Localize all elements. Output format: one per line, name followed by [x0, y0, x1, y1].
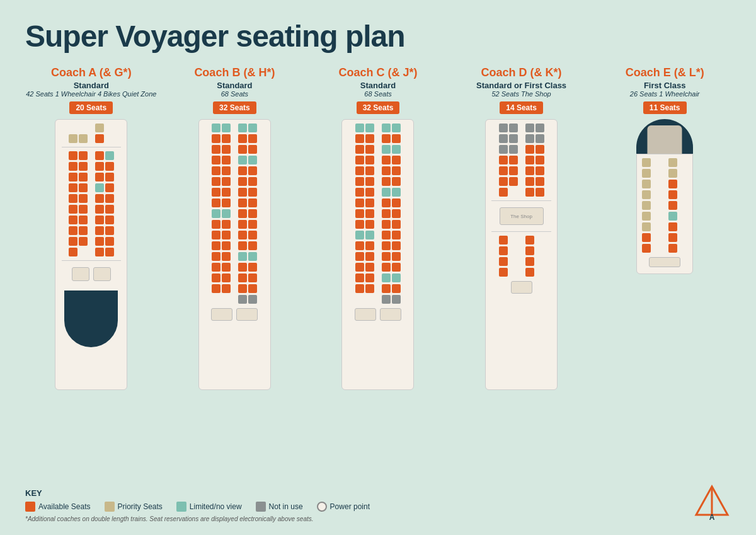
seat-row	[58, 205, 124, 214]
priority-swatch	[105, 502, 115, 512]
seat-row	[58, 124, 124, 132]
seat-row	[58, 216, 124, 224]
seat-row	[202, 177, 268, 186]
coach-a-details: 42 Seats 1 Wheelchair 4 Bikes Quiet Zone	[26, 90, 156, 98]
seat-row	[58, 173, 124, 181]
coach-e-details: 26 Seats 1 Wheelchair	[630, 90, 700, 98]
coach-b-diagram	[198, 119, 271, 390]
power-label: Power point	[330, 502, 370, 511]
seat-row	[345, 231, 411, 239]
seat-row	[202, 188, 268, 197]
seat-row	[639, 233, 690, 242]
key-priority: Priority Seats	[105, 502, 163, 512]
coach-d-details: 52 Seats The Shop	[491, 90, 551, 98]
coach-c-title: Coach C (& J*)	[338, 66, 417, 79]
seat-row	[639, 190, 690, 199]
coach-d-title: Coach D (& K*)	[481, 66, 562, 79]
key-section: KEY Available Seats Priority Seats Limit…	[25, 488, 731, 522]
seat-row	[488, 257, 554, 266]
coach-a-diagram	[55, 119, 127, 390]
coach-a-badge: 20 Seats	[69, 101, 113, 114]
seat-row	[58, 226, 124, 235]
coach-c-column: Coach C (& J*) Standard 68 Seats 32 Seat…	[312, 66, 444, 390]
seat-row	[488, 145, 554, 154]
seat-row	[345, 134, 411, 143]
seat-row	[345, 198, 411, 207]
key-power: Power point	[317, 502, 370, 512]
coach-b-details: 68 Seats	[221, 90, 248, 98]
seat-row	[488, 188, 554, 197]
coaches-row: Coach A (& G*) Standard 42 Seats 1 Wheel…	[25, 66, 731, 390]
coach-d-class: Standard or First Class	[476, 81, 566, 90]
available-swatch	[25, 502, 35, 512]
coach-b-column: Coach B (& H*) Standard 68 Seats 32 Seat…	[169, 66, 301, 390]
seat-row	[345, 295, 411, 304]
limited-label: Limited/no view	[190, 502, 242, 511]
coach-a-title: Coach A (& G*)	[51, 66, 132, 79]
key-title: KEY	[25, 488, 731, 498]
seat-row	[488, 268, 554, 277]
seat-row	[639, 180, 690, 188]
seat-row	[202, 241, 268, 250]
seat-row	[639, 244, 690, 253]
coach-e-badge: 11 Seats	[643, 101, 687, 114]
coach-a-class: Standard	[74, 81, 109, 90]
seat-row	[202, 198, 268, 207]
seat-row	[345, 188, 411, 197]
coach-a-column: Coach A (& G*) Standard 42 Seats 1 Wheel…	[25, 66, 158, 390]
seat-row	[202, 220, 268, 229]
seat-row	[488, 124, 554, 132]
seat-row	[58, 162, 124, 171]
seat-row	[488, 156, 554, 164]
seat-row	[488, 236, 554, 244]
priority-label: Priority Seats	[118, 502, 163, 511]
seat-row	[345, 273, 411, 282]
power-swatch	[317, 502, 327, 512]
seat-row	[202, 124, 268, 132]
seat-row	[345, 156, 411, 164]
coach-e-column: Coach E (& L*) First Class 26 Seats 1 Wh…	[598, 66, 731, 274]
seat-row	[202, 284, 268, 293]
coach-c-diagram	[341, 119, 414, 390]
seat-row	[639, 201, 690, 210]
seat-row	[202, 231, 268, 239]
seat-row	[345, 284, 411, 293]
seat-row	[202, 263, 268, 272]
seat-row	[202, 166, 268, 175]
seat-row	[58, 194, 124, 203]
coach-e-class: First Class	[644, 81, 685, 90]
seat-row	[202, 145, 268, 154]
seat-row	[345, 166, 411, 175]
page-title: Super Voyager seating plan	[25, 19, 731, 54]
page-container: Super Voyager seating plan Coach A (& G*…	[0, 0, 756, 535]
coach-e-diagram	[636, 154, 693, 274]
coach-b-badge: 32 Seats	[213, 101, 256, 114]
key-not-in-use: Not in use	[256, 502, 303, 512]
available-label: Available Seats	[38, 502, 91, 511]
svg-text:A: A	[709, 513, 715, 521]
seat-row	[202, 252, 268, 261]
key-limited: Limited/no view	[176, 502, 242, 512]
key-items: Available Seats Priority Seats Limited/n…	[25, 502, 731, 512]
seat-row	[58, 237, 124, 246]
seat-row	[345, 145, 411, 154]
seat-row	[345, 263, 411, 272]
seat-row	[639, 212, 690, 221]
logo-container: A	[693, 483, 731, 524]
seat-row	[202, 273, 268, 282]
company-logo: A	[693, 483, 731, 521]
not-in-use-swatch	[256, 502, 266, 512]
coach-d-column: Coach D (& K*) Standard or First Class 5…	[455, 66, 588, 390]
seat-row	[58, 151, 124, 160]
not-in-use-label: Not in use	[269, 502, 303, 511]
coach-d-badge: 14 Seats	[500, 101, 543, 114]
seat-row	[58, 248, 124, 256]
seat-row	[202, 209, 268, 218]
seat-row	[488, 246, 554, 255]
key-footnote: *Additional coaches on double length tra…	[25, 515, 731, 522]
seat-row	[488, 177, 554, 186]
key-available: Available Seats	[25, 502, 91, 512]
seat-row	[639, 222, 690, 231]
coach-b-class: Standard	[217, 81, 252, 90]
coach-e-title: Coach E (& L*)	[626, 66, 704, 79]
